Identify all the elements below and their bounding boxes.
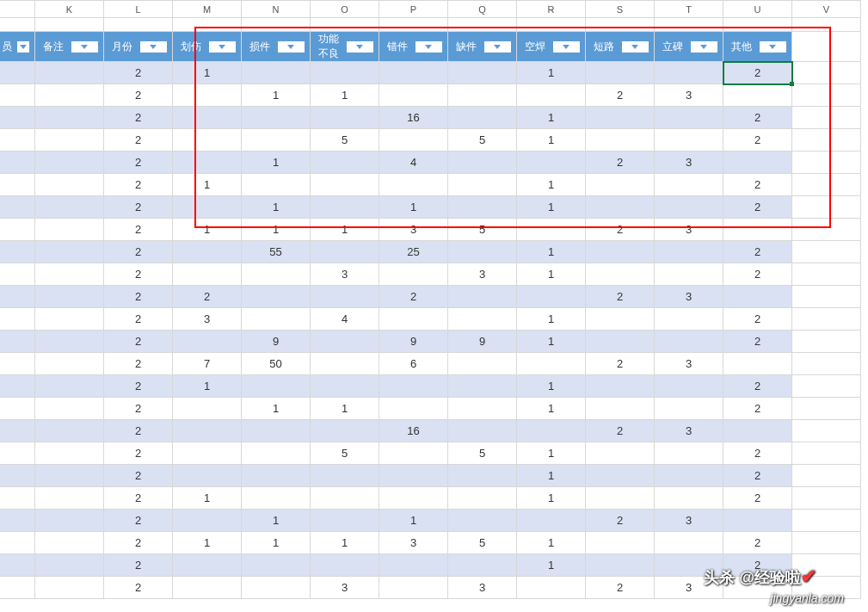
column-letter[interactable]: S xyxy=(586,1,655,18)
data-cell[interactable] xyxy=(242,375,311,398)
row-leader-cell[interactable] xyxy=(0,129,35,151)
data-cell[interactable] xyxy=(655,263,723,286)
data-cell[interactable] xyxy=(517,84,586,107)
data-cell[interactable] xyxy=(379,84,448,107)
data-cell[interactable] xyxy=(311,375,379,398)
column-header[interactable]: 员 xyxy=(0,32,35,62)
data-cell[interactable]: 1 xyxy=(379,196,448,219)
data-cell[interactable]: 3 xyxy=(448,263,517,286)
data-cell[interactable]: 6 xyxy=(379,353,448,375)
data-cell[interactable] xyxy=(655,129,723,151)
data-cell[interactable] xyxy=(35,62,104,84)
row-leader-cell[interactable] xyxy=(0,465,35,487)
data-cell[interactable] xyxy=(586,375,655,398)
data-cell[interactable]: 4 xyxy=(379,151,448,174)
data-cell[interactable]: 1 xyxy=(517,129,586,151)
data-cell[interactable] xyxy=(448,107,517,129)
data-cell[interactable]: 2 xyxy=(104,219,173,241)
data-cell[interactable]: 2 xyxy=(104,62,173,84)
data-cell[interactable]: 3 xyxy=(655,420,723,442)
data-cell[interactable] xyxy=(723,151,792,174)
data-cell[interactable] xyxy=(35,241,104,263)
data-cell[interactable] xyxy=(35,151,104,174)
data-cell[interactable] xyxy=(655,375,723,398)
data-cell[interactable]: 1 xyxy=(242,510,311,532)
data-cell[interactable]: 3 xyxy=(379,532,448,554)
data-cell[interactable]: 2 xyxy=(104,308,173,331)
data-cell[interactable] xyxy=(586,129,655,151)
row-leader-cell[interactable] xyxy=(0,286,35,308)
data-cell[interactable]: 2 xyxy=(104,84,173,107)
data-cell[interactable]: 2 xyxy=(104,107,173,129)
data-cell[interactable] xyxy=(35,353,104,375)
row-leader-cell[interactable] xyxy=(0,487,35,510)
data-cell[interactable] xyxy=(517,286,586,308)
column-letter[interactable]: T xyxy=(655,1,723,18)
data-cell[interactable] xyxy=(173,331,242,353)
data-cell[interactable] xyxy=(242,263,311,286)
row-leader-cell[interactable] xyxy=(0,532,35,554)
data-cell[interactable]: 7 xyxy=(173,353,242,375)
data-cell[interactable]: 2 xyxy=(104,286,173,308)
data-cell[interactable] xyxy=(35,84,104,107)
data-cell[interactable] xyxy=(35,219,104,241)
data-cell[interactable]: 2 xyxy=(723,465,792,487)
data-cell[interactable] xyxy=(173,263,242,286)
data-cell[interactable]: 3 xyxy=(655,84,723,107)
data-cell[interactable]: 1 xyxy=(242,151,311,174)
data-cell[interactable]: 2 xyxy=(723,263,792,286)
data-cell[interactable]: 1 xyxy=(173,487,242,510)
data-cell[interactable]: 1 xyxy=(173,174,242,196)
row-leader-cell[interactable] xyxy=(0,554,35,577)
data-cell[interactable]: 3 xyxy=(448,577,517,599)
column-header[interactable]: 备注 xyxy=(35,32,104,62)
data-cell[interactable]: 2 xyxy=(723,487,792,510)
data-cell[interactable]: 9 xyxy=(242,331,311,353)
data-cell[interactable] xyxy=(173,554,242,577)
filter-dropdown-icon[interactable] xyxy=(346,40,375,53)
data-cell[interactable]: 2 xyxy=(723,375,792,398)
data-cell[interactable] xyxy=(448,241,517,263)
data-cell[interactable]: 1 xyxy=(517,62,586,84)
row-leader-cell[interactable] xyxy=(0,331,35,353)
data-cell[interactable] xyxy=(242,308,311,331)
data-cell[interactable] xyxy=(379,174,448,196)
data-cell[interactable] xyxy=(448,84,517,107)
data-cell[interactable] xyxy=(723,219,792,241)
data-cell[interactable] xyxy=(311,510,379,532)
data-cell[interactable] xyxy=(792,107,861,129)
data-cell[interactable]: 2 xyxy=(104,129,173,151)
data-cell[interactable] xyxy=(723,420,792,442)
data-cell[interactable] xyxy=(586,308,655,331)
column-letter[interactable] xyxy=(0,1,35,18)
spreadsheet-grid[interactable]: KLMNOPQRSTUV员备注月份划伤损件功能不良错件缺件空焊短路立碑其他211… xyxy=(0,0,861,599)
data-cell[interactable] xyxy=(448,62,517,84)
data-cell[interactable] xyxy=(586,174,655,196)
row-leader-cell[interactable] xyxy=(0,263,35,286)
data-cell[interactable] xyxy=(35,196,104,219)
data-cell[interactable] xyxy=(173,84,242,107)
column-letter[interactable]: P xyxy=(379,1,448,18)
data-cell[interactable] xyxy=(448,510,517,532)
data-cell[interactable]: 1 xyxy=(517,442,586,465)
row-leader-cell[interactable] xyxy=(0,420,35,442)
data-cell[interactable] xyxy=(792,465,861,487)
data-cell[interactable]: 3 xyxy=(655,510,723,532)
column-letter[interactable]: Q xyxy=(448,1,517,18)
data-cell[interactable] xyxy=(311,465,379,487)
data-cell[interactable]: 9 xyxy=(379,331,448,353)
data-cell[interactable]: 1 xyxy=(517,554,586,577)
data-cell[interactable]: 2 xyxy=(104,174,173,196)
data-cell[interactable] xyxy=(655,398,723,420)
data-cell[interactable]: 2 xyxy=(723,331,792,353)
data-cell[interactable]: 1 xyxy=(517,465,586,487)
filter-dropdown-icon[interactable] xyxy=(552,40,582,53)
data-cell[interactable]: 2 xyxy=(104,510,173,532)
row-leader-cell[interactable] xyxy=(0,353,35,375)
column-letter[interactable]: O xyxy=(311,1,379,18)
data-cell[interactable]: 1 xyxy=(517,331,586,353)
data-cell[interactable] xyxy=(792,308,861,331)
data-cell[interactable] xyxy=(655,308,723,331)
row-leader-cell[interactable] xyxy=(0,196,35,219)
column-letter[interactable]: R xyxy=(517,1,586,18)
